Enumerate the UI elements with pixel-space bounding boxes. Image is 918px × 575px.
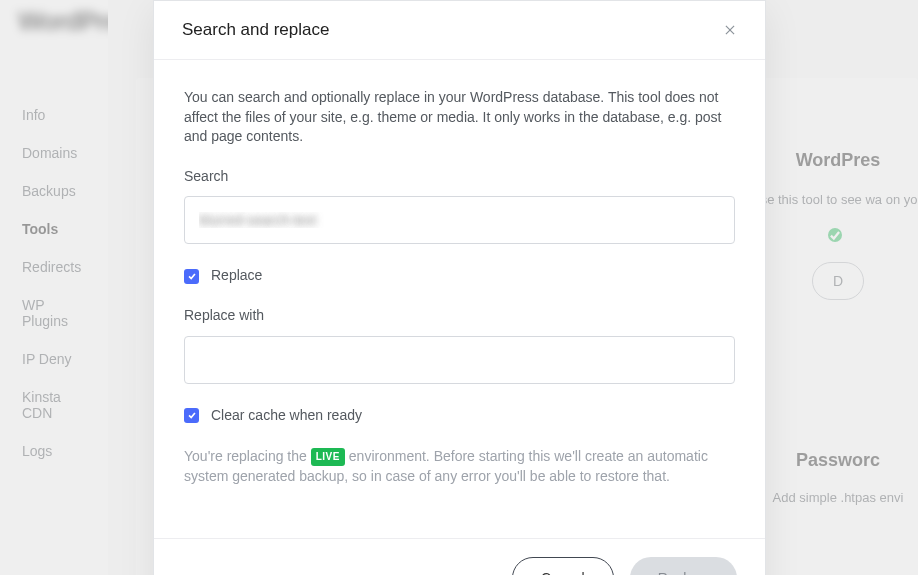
search-input[interactable] (184, 196, 735, 244)
modal-body: You can search and optionally replace in… (154, 60, 765, 508)
replace-with-block: Replace with (184, 306, 735, 384)
replace-with-label: Replace with (184, 306, 735, 326)
clear-cache-checkbox[interactable] (184, 408, 199, 423)
clear-cache-label: Clear cache when ready (211, 406, 362, 426)
modal-footer: Cancel Replace (154, 538, 765, 575)
replace-button[interactable]: Replace (630, 557, 737, 575)
search-label: Search (184, 167, 735, 187)
search-replace-modal: Search and replace You can search and op… (153, 0, 766, 575)
replace-checkbox-row: Replace (184, 266, 735, 286)
modal-description: You can search and optionally replace in… (184, 88, 735, 147)
modal-title: Search and replace (182, 20, 329, 40)
environment-note: You're replacing the LIVE environment. B… (184, 447, 735, 486)
live-badge: LIVE (311, 448, 345, 466)
note-prefix: You're replacing the (184, 448, 311, 464)
replace-checkbox[interactable] (184, 269, 199, 284)
replace-with-input[interactable] (184, 336, 735, 384)
clear-cache-row: Clear cache when ready (184, 406, 735, 426)
close-icon[interactable] (721, 21, 739, 39)
modal-header: Search and replace (154, 1, 765, 60)
replace-checkbox-label: Replace (211, 266, 262, 286)
cancel-button[interactable]: Cancel (512, 557, 614, 575)
